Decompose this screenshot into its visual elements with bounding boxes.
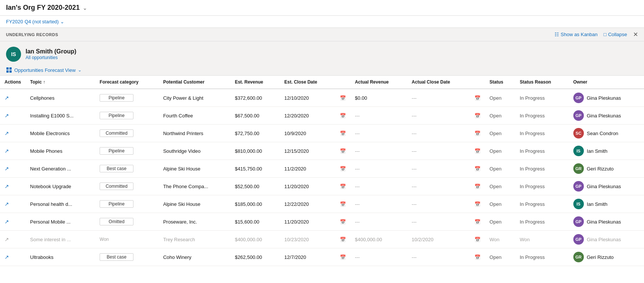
- est-close-calendar-icon[interactable]: 📅: [340, 219, 346, 225]
- table-row: ↗ Some interest in ...WonTrey Research$4…: [0, 231, 644, 248]
- est-close-calendar-icon[interactable]: 📅: [340, 148, 346, 154]
- forecast-category-cell: Omitted: [95, 213, 159, 231]
- actual-revenue-cell: ---: [350, 107, 407, 125]
- est-close-calendar-icon[interactable]: 📅: [340, 166, 346, 172]
- actual-close-calendar-icon[interactable]: 📅: [474, 237, 480, 242]
- owner-avatar: GP: [573, 216, 584, 227]
- open-record-icon[interactable]: ↗: [5, 201, 9, 207]
- topic-cell: Notebook Upgrade: [26, 178, 95, 195]
- customer-cell: Proseware, Inc.: [159, 213, 230, 231]
- action-cell: ↗: [0, 178, 26, 195]
- actual-close-calendar-icon[interactable]: 📅: [474, 113, 480, 119]
- forecast-badge[interactable]: Committed: [100, 129, 133, 137]
- actual-close-date-cell: ---: [407, 125, 470, 142]
- open-record-icon[interactable]: ↗: [5, 148, 9, 154]
- forecast-badge[interactable]: Pipeline: [100, 94, 133, 102]
- actual-revenue-cell: $400,000.00: [350, 231, 407, 248]
- collapse-link[interactable]: □ Collapse: [604, 32, 627, 37]
- forecast-badge[interactable]: Omitted: [100, 218, 133, 225]
- customer-cell: Southridge Video: [159, 142, 230, 160]
- actual-close-calendar-icon[interactable]: 📅: [474, 148, 480, 154]
- period-label: FY2020 Q4 (not started): [6, 19, 59, 24]
- open-record-icon[interactable]: ↗: [5, 166, 9, 172]
- est-close-calendar-icon[interactable]: 📅: [340, 184, 346, 189]
- open-record-icon[interactable]: ↗: [5, 95, 9, 101]
- est-close-calendar-icon[interactable]: 📅: [340, 254, 346, 260]
- customer-cell: City Power & Light: [159, 89, 230, 107]
- actual-close-calendar-icon[interactable]: 📅: [474, 95, 480, 101]
- est-close-calendar-icon[interactable]: 📅: [340, 201, 346, 207]
- org-title-chevron[interactable]: ⌄: [83, 5, 87, 11]
- forecast-badge[interactable]: Best case: [100, 165, 133, 172]
- owner-avatar: GR: [573, 252, 584, 262]
- forecast-category-cell: Pipeline: [95, 195, 159, 213]
- open-record-icon[interactable]: ↗: [5, 113, 9, 119]
- actual-close-cal-cell: 📅: [470, 195, 485, 213]
- customer-cell: Alpine Ski House: [159, 160, 230, 178]
- est-close-calendar-icon[interactable]: 📅: [340, 95, 346, 101]
- est-close-date-cell: 11/20/2020: [280, 178, 335, 195]
- forecast-category-cell: Committed: [95, 125, 159, 142]
- actual-close-calendar-icon[interactable]: 📅: [474, 254, 480, 260]
- owner-cell: GP Gina Pleskunas: [569, 89, 644, 107]
- est-close-date-cell: 11/2/2020: [280, 160, 335, 178]
- actual-close-calendar-icon[interactable]: 📅: [474, 219, 480, 225]
- forecast-badge[interactable]: Best case: [100, 253, 133, 261]
- actual-close-calendar-icon[interactable]: 📅: [474, 166, 480, 172]
- actual-close-calendar-icon[interactable]: 📅: [474, 131, 480, 136]
- actual-close-calendar-icon[interactable]: 📅: [474, 184, 480, 189]
- owner-name: Gina Pleskunas: [587, 219, 621, 225]
- owner-name: Gina Pleskunas: [587, 184, 621, 189]
- topic-cell: Personal health d...: [26, 195, 95, 213]
- est-close-date-cell: 10/9/2020: [280, 125, 335, 142]
- open-record-icon[interactable]: ↗: [5, 236, 9, 242]
- close-icon[interactable]: ✕: [633, 31, 638, 38]
- est-close-calendar-icon[interactable]: 📅: [340, 237, 346, 242]
- actual-close-date-cell: ---: [407, 160, 470, 178]
- table-container: Actions Topic ↑ Forecast category Potent…: [0, 76, 644, 266]
- est-revenue-cell: $185,000.00: [230, 195, 280, 213]
- open-record-icon[interactable]: ↗: [5, 219, 9, 225]
- owner-cell: GP Gina Pleskunas: [569, 178, 644, 195]
- forecast-badge[interactable]: Pipeline: [100, 200, 133, 208]
- table-row: ↗ Mobile PhonesPipelineSouthridge Video$…: [0, 142, 644, 160]
- status-cell: Open: [485, 142, 515, 160]
- col-topic[interactable]: Topic ↑: [26, 76, 95, 89]
- actual-close-calendar-icon[interactable]: 📅: [474, 201, 480, 207]
- view-selector[interactable]: Opportunities Forecast View ⌄: [6, 67, 82, 75]
- actual-close-cal-cell: 📅: [470, 178, 485, 195]
- est-revenue-cell: $415,750.00: [230, 160, 280, 178]
- col-actions: Actions: [0, 76, 26, 89]
- open-record-icon[interactable]: ↗: [5, 183, 9, 189]
- open-record-icon[interactable]: ↗: [5, 130, 9, 136]
- period-selector[interactable]: FY2020 Q4 (not started) ⌄: [6, 19, 64, 24]
- status-reason-cell: In Progress: [515, 160, 568, 178]
- actual-close-cal-cell: 📅: [470, 89, 485, 107]
- period-chevron: ⌄: [60, 19, 64, 24]
- status-cell: Open: [485, 125, 515, 142]
- est-close-calendar-icon[interactable]: 📅: [340, 113, 346, 119]
- topic-cell: Mobile Electronics: [26, 125, 95, 142]
- est-close-calendar-icon[interactable]: 📅: [340, 131, 346, 136]
- est-close-cal-cell: 📅: [335, 178, 350, 195]
- period-bar: FY2020 Q4 (not started) ⌄: [0, 16, 644, 28]
- open-record-icon[interactable]: ↗: [5, 254, 9, 260]
- forecast-badge[interactable]: Committed: [100, 183, 133, 190]
- status-cell: Open: [485, 89, 515, 107]
- forecast-badge[interactable]: Pipeline: [100, 147, 133, 155]
- owner-cell: IS Ian Smith: [569, 195, 644, 213]
- owner-cell: GP Gina Pleskunas: [569, 107, 644, 125]
- status-cell: Open: [485, 178, 515, 195]
- est-close-date-cell: 12/22/2020: [280, 195, 335, 213]
- table-row: ↗ CellphonesPipelineCity Power & Light$3…: [0, 89, 644, 107]
- show-kanban-link[interactable]: ☷ Show as Kanban: [555, 32, 597, 37]
- topic-cell: Mobile Phones: [26, 142, 95, 160]
- owner-cell: GP Gina Pleskunas: [569, 231, 644, 248]
- topic-cell: Some interest in ...: [26, 231, 95, 248]
- table-row: ↗ Installing E1000 S...PipelineFourth Co…: [0, 107, 644, 125]
- status-reason-cell: Won: [515, 231, 568, 248]
- view-label: Opportunities Forecast View: [14, 67, 76, 73]
- forecast-badge[interactable]: Pipeline: [100, 112, 133, 119]
- actual-revenue-cell: ---: [350, 195, 407, 213]
- col-actual-revenue: Actual Revenue: [350, 76, 407, 89]
